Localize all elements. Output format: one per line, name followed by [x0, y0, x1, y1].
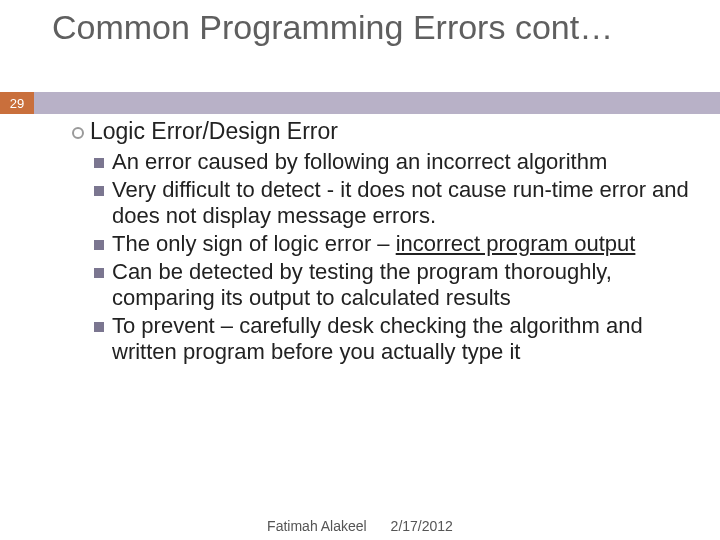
title-band [0, 92, 720, 114]
content-area: Logic Error/Design Error An error caused… [72, 118, 692, 367]
level2-text-prefix: The only sign of logic error – [112, 231, 396, 256]
level1-text: Logic Error/Design Error [90, 118, 338, 144]
level1-item: Logic Error/Design Error [72, 118, 692, 145]
level2-item: Can be detected by testing the program t… [94, 259, 692, 311]
slide-title: Common Programming Errors cont… [52, 8, 720, 47]
square-bullet-icon [94, 240, 104, 250]
square-bullet-icon [94, 186, 104, 196]
square-bullet-icon [94, 268, 104, 278]
footer-date: 2/17/2012 [391, 518, 453, 534]
level2-item: To prevent – carefully desk checking the… [94, 313, 692, 365]
footer: Fatimah Alakeel 2/17/2012 [0, 518, 720, 534]
page-number-badge: 29 [0, 92, 34, 114]
square-bullet-icon [94, 322, 104, 332]
level2-text: Very difficult to detect - it does not c… [112, 177, 689, 228]
level2-item: The only sign of logic error – incorrect… [94, 231, 692, 257]
level2-item: Very difficult to detect - it does not c… [94, 177, 692, 229]
level2-text: An error caused by following an incorrec… [112, 149, 607, 174]
level2-text: Can be detected by testing the program t… [112, 259, 612, 310]
level2-text-underlined: incorrect program output [396, 231, 636, 256]
level2-item: An error caused by following an incorrec… [94, 149, 692, 175]
ring-bullet-icon [72, 127, 84, 139]
footer-author: Fatimah Alakeel [267, 518, 367, 534]
square-bullet-icon [94, 158, 104, 168]
level2-text: To prevent – carefully desk checking the… [112, 313, 643, 364]
